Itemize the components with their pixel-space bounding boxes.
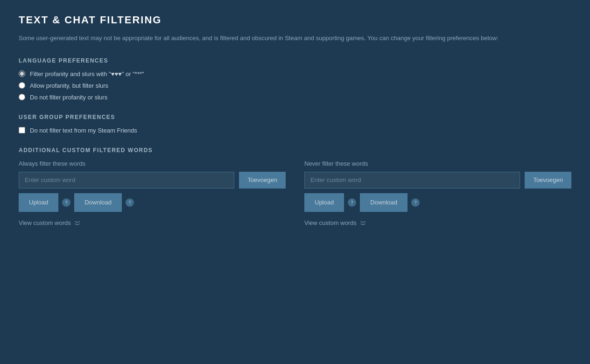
always-filter-download-help-icon[interactable]: ? bbox=[126, 198, 134, 207]
always-filter-view-words-label: View custom words bbox=[19, 219, 71, 226]
radio-filter-all-input[interactable] bbox=[19, 70, 25, 77]
always-filter-add-button[interactable]: Toevoegen bbox=[239, 172, 286, 189]
never-filter-view-words-label: View custom words bbox=[304, 219, 357, 226]
user-group-preferences-section: USER GROUP PREFERENCES Do not filter tex… bbox=[19, 114, 571, 134]
always-filter-col: Always filter these words Toevoegen Uplo… bbox=[19, 160, 286, 226]
always-filter-input-row: Toevoegen bbox=[19, 172, 286, 189]
never-filter-action-row: Upload ? Download ? bbox=[304, 193, 571, 212]
page-container: TEXT & CHAT FILTERING Some user-generate… bbox=[0, 0, 590, 364]
radio-filter-all[interactable]: Filter profanity and slurs with "♥♥♥" or… bbox=[19, 70, 571, 77]
always-filter-input[interactable] bbox=[19, 172, 234, 189]
custom-filtered-words-section: ADDITIONAL CUSTOM FILTERED WORDS Always … bbox=[19, 147, 571, 226]
never-filter-chevron-icon: ❯❯ bbox=[360, 220, 365, 225]
custom-words-grid: Always filter these words Toevoegen Uplo… bbox=[19, 160, 571, 226]
always-filter-download-button[interactable]: Download bbox=[74, 193, 122, 212]
checkbox-no-filter-friends[interactable]: Do not filter text from my Steam Friends bbox=[19, 127, 571, 134]
always-filter-chevron-icon: ❯❯ bbox=[75, 220, 80, 225]
radio-filter-slurs[interactable]: Allow profanity, but filter slurs bbox=[19, 82, 571, 89]
never-filter-col: Never filter these words Toevoegen Uploa… bbox=[304, 160, 571, 226]
never-filter-label: Never filter these words bbox=[304, 160, 571, 167]
custom-filtered-words-title: ADDITIONAL CUSTOM FILTERED WORDS bbox=[19, 147, 571, 154]
radio-no-filter-label: Do not filter profanity or slurs bbox=[30, 94, 107, 101]
radio-no-filter[interactable]: Do not filter profanity or slurs bbox=[19, 94, 571, 101]
always-filter-action-row: Upload ? Download ? bbox=[19, 193, 286, 212]
never-filter-upload-button[interactable]: Upload bbox=[304, 193, 344, 212]
language-preferences-title: LANGUAGE PREFERENCES bbox=[19, 57, 571, 64]
checkbox-no-filter-friends-label: Do not filter text from my Steam Friends bbox=[30, 127, 137, 134]
always-filter-view-words[interactable]: View custom words ❯❯ bbox=[19, 219, 286, 226]
always-filter-upload-help-icon[interactable]: ? bbox=[62, 198, 70, 207]
never-filter-upload-help-icon[interactable]: ? bbox=[348, 198, 356, 207]
language-preferences-section: LANGUAGE PREFERENCES Filter profanity an… bbox=[19, 57, 571, 101]
radio-filter-slurs-input[interactable] bbox=[19, 82, 25, 89]
never-filter-download-help-icon[interactable]: ? bbox=[411, 198, 420, 207]
radio-no-filter-input[interactable] bbox=[19, 94, 25, 100]
never-filter-input[interactable] bbox=[304, 172, 520, 189]
never-filter-add-button[interactable]: Toevoegen bbox=[525, 172, 571, 189]
radio-filter-all-label: Filter profanity and slurs with "♥♥♥" or… bbox=[30, 70, 144, 77]
radio-filter-slurs-label: Allow profanity, but filter slurs bbox=[30, 82, 108, 89]
never-filter-download-button[interactable]: Download bbox=[360, 193, 407, 212]
page-description: Some user-generated text may not be appr… bbox=[19, 34, 532, 43]
always-filter-upload-button[interactable]: Upload bbox=[19, 193, 58, 212]
checkbox-no-filter-friends-input[interactable] bbox=[19, 127, 25, 133]
user-group-preferences-title: USER GROUP PREFERENCES bbox=[19, 114, 571, 120]
never-filter-input-row: Toevoegen bbox=[304, 172, 571, 189]
page-title: TEXT & CHAT FILTERING bbox=[19, 14, 571, 26]
never-filter-view-words[interactable]: View custom words ❯❯ bbox=[304, 219, 571, 226]
always-filter-label: Always filter these words bbox=[19, 160, 286, 167]
